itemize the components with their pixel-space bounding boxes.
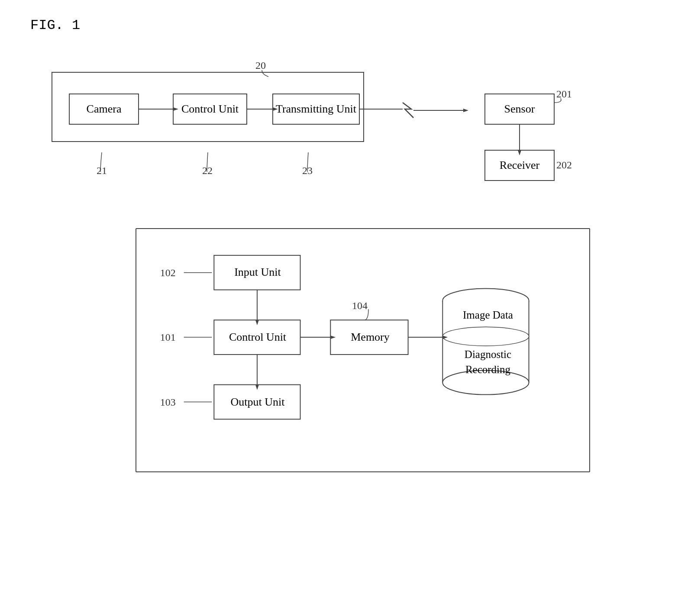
d1-transmitting-label: Transmitting Unit bbox=[273, 94, 359, 124]
d1-control-label: Control Unit bbox=[173, 94, 247, 124]
svg-text:23: 23 bbox=[302, 165, 313, 176]
d1-sensor-label: Sensor bbox=[485, 94, 554, 124]
d2-control-label: Control Unit bbox=[214, 320, 301, 355]
svg-text:102: 102 bbox=[160, 267, 176, 278]
diagram1: 20 21 22 23 201 bbox=[26, 46, 632, 194]
svg-marker-40 bbox=[442, 335, 448, 339]
d2-output-label: Output Unit bbox=[214, 385, 301, 419]
d1-camera-label: Camera bbox=[69, 94, 139, 124]
svg-text:202: 202 bbox=[556, 159, 572, 171]
svg-point-32 bbox=[442, 327, 529, 346]
diagram2: 102 101 103 104 Input Unit Control Unit … bbox=[101, 228, 577, 472]
svg-text:20: 20 bbox=[255, 60, 266, 71]
d2-diagnostic-label: Diagnostic Recording bbox=[445, 347, 531, 377]
svg-text:21: 21 bbox=[97, 165, 107, 176]
diagram2-inner: 102 101 103 104 Input Unit Control Unit … bbox=[136, 229, 589, 471]
d2-input-label: Input Unit bbox=[214, 255, 301, 290]
svg-marker-14 bbox=[463, 109, 468, 112]
d2-memory-label: Memory bbox=[331, 320, 409, 355]
svg-text:104: 104 bbox=[352, 300, 368, 311]
fig-label: FIG. 1 bbox=[30, 17, 652, 33]
d2-image-data-label: Image Data bbox=[445, 307, 531, 323]
page: FIG. 1 20 21 22 bbox=[0, 0, 678, 616]
svg-text:201: 201 bbox=[556, 88, 572, 100]
diagram2-outer-box: 102 101 103 104 Input Unit Control Unit … bbox=[136, 228, 590, 472]
d1-receiver-label: Receiver bbox=[485, 150, 554, 181]
svg-text:103: 103 bbox=[160, 397, 176, 408]
svg-text:101: 101 bbox=[160, 332, 176, 343]
svg-text:22: 22 bbox=[202, 165, 213, 176]
